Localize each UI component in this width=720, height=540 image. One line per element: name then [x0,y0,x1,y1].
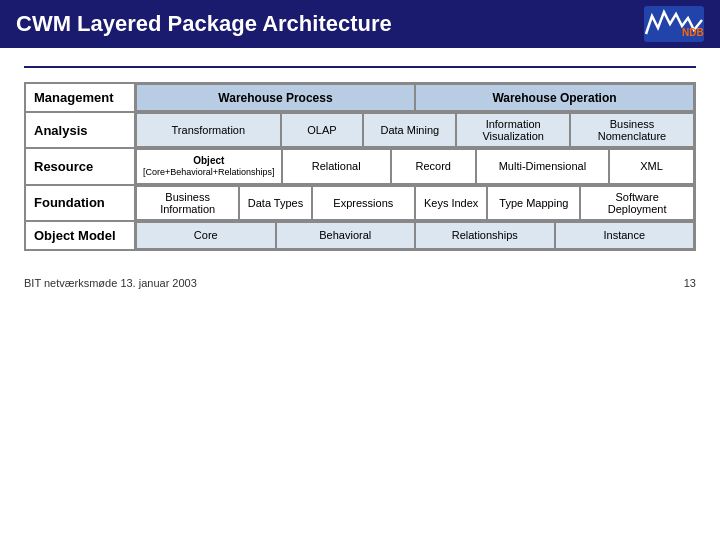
transformation-cell: Transformation [136,113,281,147]
olap-cell: OLAP [281,113,364,147]
object-cell-inner: Object [Core+Behavioral+Relationships] [143,154,275,179]
page-header: CWM Layered Package Architecture NDB [0,0,720,48]
objectmodel-row: Core Behavioral Relationships Instance [135,221,695,250]
behavioral-cell: Behavioral [276,222,416,249]
record-cell: Record [391,149,476,184]
footer-left: BIT netværksmøde 13. januar 2003 [24,277,197,289]
main-content: Management Warehouse Process Warehouse O… [0,48,720,261]
object-sub-label: [Core+Behavioral+Relationships] [143,167,275,179]
object-cell: Object [Core+Behavioral+Relationships] [136,149,282,184]
objectmodel-label: Object Model [25,221,135,250]
resource-row: Object [Core+Behavioral+Relationships] R… [135,148,695,185]
foundation-row: Business Information Data Types Expressi… [135,185,695,221]
data-types-cell: Data Types [239,186,311,220]
object-label: Object [143,154,275,167]
type-mapping-cell: Type Mapping [487,186,580,220]
keys-index-cell: Keys Index [415,186,487,220]
instance-cell: Instance [555,222,695,249]
footer: BIT netværksmøde 13. januar 2003 13 [0,269,720,297]
business-info-cell: Business Information [136,186,239,220]
warehouse-operation-cell: Warehouse Operation [415,84,694,111]
architecture-grid: Management Warehouse Process Warehouse O… [24,82,696,251]
business-nom-cell: Business Nomenclature [570,113,694,147]
resource-label: Resource [25,148,135,185]
svg-text:NDB: NDB [682,27,704,38]
analysis-row: Transformation OLAP Data Mining Informat… [135,112,695,148]
xml-cell: XML [609,149,694,184]
foundation-label: Foundation [25,185,135,221]
analysis-label: Analysis [25,112,135,148]
management-label: Management [25,83,135,112]
multi-dim-cell: Multi-Dimensional [476,149,609,184]
management-row: Warehouse Process Warehouse Operation [135,83,695,112]
logo-area: NDB [644,6,704,42]
software-deploy-cell: Software Deployment [580,186,694,220]
info-viz-cell: Information Visualization [456,113,570,147]
page-title: CWM Layered Package Architecture [16,11,392,37]
core-cell: Core [136,222,276,249]
warehouse-process-cell: Warehouse Process [136,84,415,111]
divider [24,66,696,68]
data-mining-cell: Data Mining [363,113,456,147]
footer-right: 13 [684,277,696,289]
relationships-cell: Relationships [415,222,555,249]
expressions-cell: Expressions [312,186,415,220]
logo-icon: NDB [644,6,704,42]
relational-cell: Relational [282,149,391,184]
